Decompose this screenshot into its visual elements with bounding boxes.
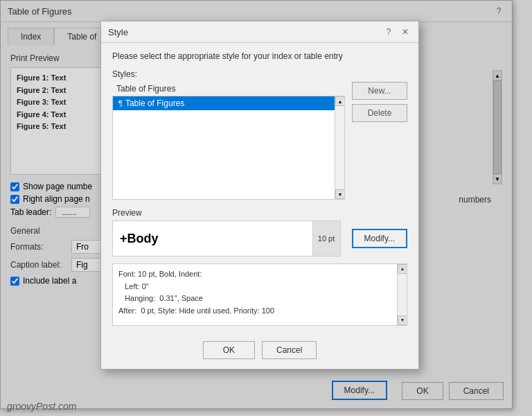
font-scroll-up[interactable]: ▲ <box>398 264 407 274</box>
preview-label: Preview <box>112 208 407 218</box>
style-ok-button[interactable]: OK <box>203 341 255 359</box>
styles-section: Styles: Table of Figures ¶ Table of Figu… <box>112 69 407 200</box>
preview-pt-box: 10 pt <box>312 221 340 256</box>
styles-left: Styles: Table of Figures ¶ Table of Figu… <box>112 69 345 200</box>
style-titlebar: Style ? ✕ <box>101 21 418 43</box>
preview-font-display: +Body <box>113 221 312 256</box>
styles-list: ¶ Table of Figures ▲ ▼ <box>112 96 345 200</box>
style-dialog-buttons: OK Cancel <box>101 334 418 369</box>
instruction-text: Please select the appropriate style for … <box>112 51 407 61</box>
style-cancel-button[interactable]: Cancel <box>262 341 317 359</box>
styles-scroll-up[interactable]: ▲ <box>335 96 345 106</box>
style-category: Table of Figures <box>112 82 345 96</box>
style-item-label: Table of Figures <box>125 98 184 108</box>
style-dialog-title: Style <box>108 27 128 37</box>
delete-style-button[interactable]: Delete <box>352 104 407 122</box>
preview-box: +Body 10 pt <box>112 220 341 257</box>
preview-modify-button[interactable]: Modify... <box>352 229 407 248</box>
font-info-text: Font: 10 pt, Bold, Indent: Left: 0" Hang… <box>118 270 274 315</box>
style-close-button[interactable]: ✕ <box>399 26 411 38</box>
style-help-button[interactable]: ? <box>382 26 395 38</box>
style-dialog: Style ? ✕ Please select the appropriate … <box>100 21 419 370</box>
styles-label: Styles: <box>112 69 345 79</box>
styles-scroll-track <box>335 106 344 189</box>
style-titlebar-controls: ? ✕ <box>382 26 411 38</box>
font-scroll-track <box>398 274 407 315</box>
font-info-box: Font: 10 pt, Bold, Indent: Left: 0" Hang… <box>112 263 407 326</box>
style-list-item-0[interactable]: ¶ Table of Figures <box>113 96 344 110</box>
styles-list-scrollbar[interactable]: ▲ ▼ <box>335 96 344 199</box>
style-dialog-content: Please select the appropriate style for … <box>101 43 418 334</box>
styles-scroll-down[interactable]: ▼ <box>335 189 345 199</box>
style-item-icon: ¶ <box>118 99 123 107</box>
font-scroll-down[interactable]: ▼ <box>398 315 407 325</box>
styles-right: New... Delete <box>352 69 407 200</box>
new-style-button[interactable]: New... <box>352 82 407 100</box>
font-info-scrollbar[interactable]: ▲ ▼ <box>397 264 407 325</box>
preview-row: +Body 10 pt Modify... <box>112 220 407 257</box>
preview-section: Preview +Body 10 pt Modify... <box>112 208 407 257</box>
